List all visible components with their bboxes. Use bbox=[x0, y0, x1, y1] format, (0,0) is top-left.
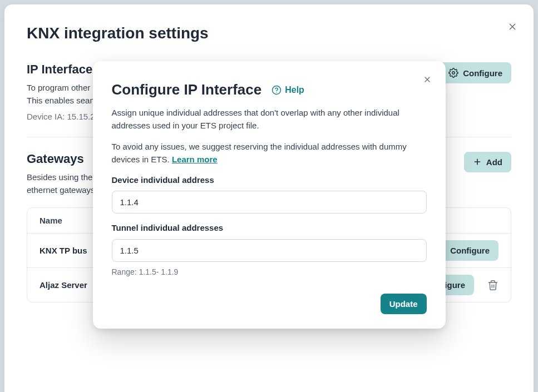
modal-body: Assign unique individual addresses that … bbox=[112, 106, 427, 278]
device-address-label: Device individual address bbox=[112, 173, 427, 186]
configure-button-label: Configure bbox=[463, 68, 502, 78]
update-button[interactable]: Update bbox=[381, 294, 427, 314]
help-label: Help bbox=[285, 85, 304, 95]
modal-title: Configure IP Interface bbox=[112, 81, 262, 98]
update-button-label: Update bbox=[389, 299, 418, 309]
tunnel-address-label: Tunnel individual addresses bbox=[112, 221, 427, 234]
add-gateway-button[interactable]: Add bbox=[464, 152, 511, 172]
gateway-name: KNX TP bus bbox=[40, 246, 87, 255]
add-button-label: Add bbox=[486, 157, 502, 167]
gateway-name: Aljaz Server bbox=[40, 280, 87, 290]
range-hint: Range: 1.1.5- 1.1.9 bbox=[112, 266, 427, 279]
learn-more-link[interactable]: Learn more bbox=[172, 155, 218, 164]
configure-ip-interface-button[interactable]: Configure bbox=[440, 62, 511, 83]
close-icon[interactable] bbox=[421, 73, 433, 86]
close-icon[interactable] bbox=[506, 20, 519, 33]
device-address-input[interactable] bbox=[112, 191, 427, 214]
modal-paragraph: Assign unique individual addresses that … bbox=[112, 106, 427, 132]
plus-icon bbox=[473, 157, 482, 166]
help-icon bbox=[272, 85, 282, 95]
help-link[interactable]: Help bbox=[272, 85, 304, 95]
page-title: KNX integration settings bbox=[27, 24, 511, 42]
configure-ip-interface-modal: Configure IP Interface Help Assign uniqu… bbox=[93, 61, 446, 329]
gear-icon bbox=[448, 68, 458, 78]
tunnel-address-input[interactable] bbox=[112, 239, 427, 262]
modal-paragraph: To avoid any issues, we suggest reservin… bbox=[112, 140, 427, 166]
svg-point-0 bbox=[452, 72, 455, 75]
trash-icon[interactable] bbox=[487, 280, 498, 291]
